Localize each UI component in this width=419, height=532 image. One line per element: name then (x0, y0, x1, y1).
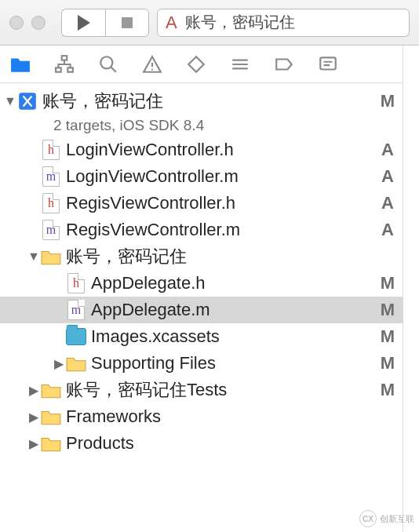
svg-point-3 (100, 56, 112, 68)
project-root-row[interactable]: ▼ 账号，密码记住 M (0, 88, 403, 115)
m-icon: m (66, 300, 86, 320)
symbol-navigator-tab[interactable] (53, 53, 75, 75)
minimize-window-button[interactable] (31, 16, 46, 30)
search-icon (98, 54, 118, 75)
file-label: AppDelegate.h (91, 273, 379, 293)
tree-row[interactable]: ▶Supporting FilesM (0, 350, 403, 377)
project-name-label: 账号，密码记住 (42, 89, 379, 113)
find-navigator-tab[interactable] (97, 53, 119, 75)
tree-row[interactable]: mRegisViewController.mA (0, 217, 403, 243)
h-icon: h (66, 273, 86, 293)
m-icon: m (41, 220, 61, 240)
scm-status: M (379, 91, 396, 111)
navigator-tabs (0, 46, 403, 83)
tree-row[interactable]: hRegisViewController.hA (0, 190, 403, 217)
file-label: RegisViewController.h (66, 193, 379, 213)
app-icon: A (166, 13, 177, 33)
disclosure-triangle[interactable]: ▶ (27, 383, 41, 398)
file-label: Images.xcassets (91, 326, 379, 347)
file-label: 账号，密码记住 (66, 245, 379, 268)
file-label: LoginViewController.h (66, 140, 379, 160)
assets-icon (66, 326, 86, 347)
scm-status: A (379, 166, 396, 187)
file-label: Supporting Files (91, 353, 379, 373)
project-subtitle: 2 targets, iOS SDK 8.4 (53, 117, 204, 134)
top-toolbar: A 账号，密码记住 (0, 0, 419, 46)
diamond-icon (186, 54, 206, 75)
scheme-selector[interactable]: A 账号，密码记住 (157, 9, 410, 37)
debug-navigator-tab[interactable] (229, 53, 251, 75)
watermark-logo: CX (359, 510, 377, 527)
tree-row[interactable]: hLoginViewController.hA (0, 137, 403, 163)
disclosure-triangle[interactable]: ▼ (27, 250, 41, 264)
file-label: AppDelegate.m (91, 300, 379, 320)
file-label: RegisViewController.m (66, 220, 379, 240)
project-subtitle-row: 2 targets, iOS SDK 8.4 (0, 115, 403, 137)
watermark: CX 创新互联 (359, 510, 414, 527)
tree-row[interactable]: ▶Frameworks (0, 403, 403, 430)
warning-icon (142, 54, 162, 75)
disclosure-triangle[interactable]: ▶ (27, 410, 41, 425)
stop-button[interactable] (105, 9, 149, 37)
svg-point-4 (151, 68, 153, 70)
scm-status: M (379, 300, 396, 320)
breakpoint-icon (274, 54, 294, 75)
h-icon: h (41, 193, 61, 213)
scm-status: M (379, 273, 396, 293)
tree-row[interactable]: hAppDelegate.hM (0, 270, 403, 297)
xcodeproj-icon (17, 91, 38, 111)
tree-row[interactable]: ▶账号，密码记住TestsM (0, 377, 403, 403)
play-icon (78, 15, 90, 31)
folder-icon (41, 433, 61, 454)
file-label: 账号，密码记住Tests (66, 378, 379, 402)
log-icon (318, 54, 338, 75)
close-window-button[interactable] (9, 16, 24, 30)
file-label: Frameworks (66, 406, 379, 427)
run-button[interactable] (61, 9, 105, 37)
svg-rect-5 (320, 57, 336, 69)
file-label: LoginViewController.m (66, 166, 379, 187)
issue-navigator-tab[interactable] (141, 53, 163, 75)
folder-icon (41, 406, 61, 427)
svg-rect-0 (62, 56, 67, 60)
report-navigator-tab[interactable] (317, 53, 339, 75)
tree-row[interactable]: ▶Products (0, 430, 403, 457)
scm-status: M (379, 326, 396, 347)
folder-icon (41, 380, 61, 400)
scm-status: A (379, 220, 396, 240)
scm-status: M (379, 380, 396, 400)
svg-rect-1 (56, 67, 61, 71)
gauge-icon (230, 54, 250, 75)
disclosure-triangle[interactable]: ▶ (27, 436, 41, 451)
folder-icon (41, 246, 61, 267)
scm-status: A (379, 140, 396, 160)
breakpoint-navigator-tab[interactable] (273, 53, 295, 75)
watermark-text: 创新互联 (380, 513, 414, 525)
project-navigator-tab[interactable] (9, 53, 31, 75)
project-navigator: ▼ 账号，密码记住 M 2 targets, iOS SDK 8.4 hLogi… (0, 83, 403, 532)
scm-status: M (379, 353, 396, 373)
folder-icon (10, 54, 31, 75)
disclosure-triangle[interactable]: ▶ (52, 356, 66, 371)
file-label: Products (66, 433, 379, 454)
h-icon: h (41, 140, 61, 160)
test-navigator-tab[interactable] (185, 53, 207, 75)
m-icon: m (41, 166, 61, 187)
folder-icon (66, 353, 86, 373)
scheme-label: 账号，密码记住 (185, 12, 295, 33)
tree-row[interactable]: mLoginViewController.mA (0, 163, 403, 190)
svg-rect-2 (67, 67, 73, 71)
tree-row[interactable]: Images.xcassetsM (0, 323, 403, 350)
tree-row[interactable]: ▼账号，密码记住 (0, 243, 403, 270)
scm-status: A (379, 193, 396, 213)
disclosure-triangle[interactable]: ▼ (3, 94, 17, 108)
tree-row[interactable]: mAppDelegate.mM (0, 297, 403, 323)
hierarchy-icon (54, 54, 75, 75)
window-controls (9, 16, 46, 30)
stop-icon (122, 17, 133, 28)
